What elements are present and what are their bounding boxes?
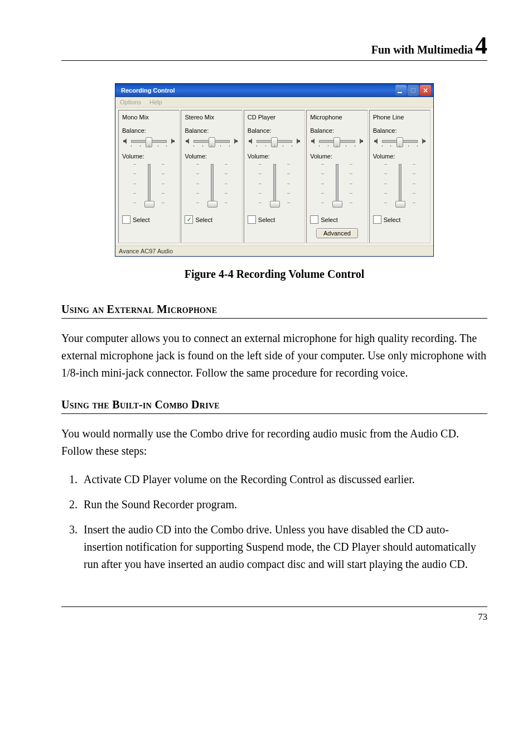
select-label: Select bbox=[321, 216, 338, 223]
speaker-left-icon bbox=[185, 138, 191, 145]
svg-marker-10 bbox=[374, 138, 378, 144]
volume-ticks-left bbox=[384, 164, 387, 203]
volume-slider[interactable] bbox=[395, 164, 405, 208]
balance-slider-row bbox=[310, 136, 364, 146]
volume-ticks-left bbox=[321, 164, 324, 203]
svg-marker-3 bbox=[171, 138, 175, 144]
balance-label: Balance: bbox=[185, 127, 238, 134]
select-checkbox-row[interactable]: Select bbox=[248, 215, 301, 224]
step-item: Run the Sound Recorder program. bbox=[80, 496, 487, 513]
volume-slider[interactable] bbox=[144, 164, 154, 208]
volume-slider-row bbox=[248, 164, 301, 208]
status-bar: Avance AC97 Audio bbox=[115, 245, 433, 256]
select-label: Select bbox=[195, 216, 212, 223]
balance-slider[interactable] bbox=[131, 136, 167, 146]
advanced-button[interactable]: Advanced bbox=[316, 228, 358, 238]
column-title: Microphone bbox=[310, 114, 364, 121]
select-checkbox[interactable] bbox=[248, 215, 256, 224]
select-checkbox-row[interactable]: ✓Select bbox=[185, 215, 238, 224]
svg-marker-9 bbox=[360, 138, 363, 144]
speaker-right-icon bbox=[232, 138, 239, 145]
minimize-button[interactable] bbox=[395, 85, 407, 96]
speaker-right-icon bbox=[420, 138, 427, 145]
speaker-left-icon bbox=[122, 138, 129, 145]
svg-marker-6 bbox=[249, 138, 252, 144]
balance-slider-row bbox=[248, 136, 301, 146]
volume-slider[interactable] bbox=[269, 164, 279, 208]
volume-label: Volume: bbox=[185, 153, 238, 160]
maximize-button bbox=[408, 85, 419, 96]
column-title: CD Player bbox=[248, 114, 301, 121]
volume-label: Volume: bbox=[373, 153, 427, 160]
mixer-column: CD PlayerBalance:Volume:Select bbox=[244, 110, 305, 243]
svg-marker-2 bbox=[123, 138, 127, 144]
mixer-column: Phone LineBalance:Volume:Select bbox=[369, 110, 431, 243]
balance-slider-row bbox=[185, 136, 238, 146]
volume-slider-row bbox=[373, 164, 427, 208]
window-titlebar[interactable]: Recording Control × bbox=[115, 84, 433, 97]
balance-label: Balance: bbox=[310, 127, 364, 134]
window-title-text: Recording Control bbox=[121, 87, 175, 94]
recording-control-window: Recording Control × Options Help Mono Mi… bbox=[115, 83, 434, 257]
balance-slider-row bbox=[122, 136, 176, 146]
balance-label: Balance: bbox=[373, 127, 427, 134]
speaker-left-icon bbox=[248, 138, 254, 145]
balance-slider[interactable] bbox=[319, 136, 355, 146]
header-title: Fun with Multimedia bbox=[371, 44, 473, 56]
select-checkbox[interactable]: ✓ bbox=[185, 215, 193, 224]
page-header: Fun with Multimedia 4 bbox=[61, 33, 487, 61]
page-footer: 73 bbox=[61, 606, 487, 623]
steps-list: Activate CD Player volume on the Recordi… bbox=[61, 471, 487, 573]
select-label: Select bbox=[384, 216, 401, 223]
volume-label: Volume: bbox=[122, 153, 176, 160]
balance-label: Balance: bbox=[248, 127, 301, 134]
volume-ticks-left bbox=[259, 164, 262, 203]
section-heading-combo-drive: Using the Built-in Combo Drive bbox=[61, 398, 487, 414]
column-title: Phone Line bbox=[373, 114, 427, 121]
chapter-number: 4 bbox=[475, 33, 487, 58]
select-checkbox-row[interactable]: Select bbox=[310, 215, 364, 224]
volume-ticks-right bbox=[162, 164, 165, 203]
balance-label: Balance: bbox=[122, 127, 176, 134]
mixer-column: Mono MixBalance:Volume:Select bbox=[118, 110, 180, 243]
volume-label: Volume: bbox=[248, 153, 301, 160]
select-checkbox[interactable] bbox=[373, 215, 381, 224]
volume-ticks-right bbox=[287, 164, 290, 203]
volume-slider-row bbox=[185, 164, 238, 208]
window-menubar: Options Help bbox=[115, 97, 433, 108]
page-number: 73 bbox=[478, 611, 487, 622]
menu-help[interactable]: Help bbox=[149, 99, 162, 105]
volume-slider[interactable] bbox=[332, 164, 342, 208]
section-heading-external-mic: Using an External Microphone bbox=[61, 303, 487, 319]
section-intro-combo-drive: You would normally use the Combo drive f… bbox=[61, 425, 487, 460]
select-checkbox[interactable] bbox=[122, 215, 130, 224]
speaker-right-icon bbox=[169, 138, 176, 145]
volume-ticks-right bbox=[350, 164, 352, 203]
svg-marker-11 bbox=[422, 138, 425, 144]
balance-slider[interactable] bbox=[382, 136, 418, 146]
speaker-left-icon bbox=[373, 138, 380, 145]
select-checkbox-row[interactable]: Select bbox=[122, 215, 176, 224]
mixer-columns: Mono MixBalance:Volume:SelectStereo MixB… bbox=[115, 108, 433, 245]
speaker-right-icon bbox=[294, 138, 301, 145]
select-checkbox[interactable] bbox=[310, 215, 318, 224]
svg-marker-7 bbox=[297, 138, 300, 144]
balance-slider[interactable] bbox=[257, 136, 292, 146]
mixer-column: Stereo MixBalance:Volume:✓Select bbox=[181, 110, 242, 243]
figure-caption: Figure 4-4 Recording Volume Control bbox=[61, 268, 487, 281]
close-button[interactable]: × bbox=[420, 85, 431, 96]
svg-marker-4 bbox=[186, 138, 189, 144]
column-title: Mono Mix bbox=[122, 114, 176, 121]
volume-slider[interactable] bbox=[207, 164, 217, 208]
step-item: Activate CD Player volume on the Recordi… bbox=[80, 471, 487, 488]
volume-ticks-left bbox=[196, 164, 199, 203]
speaker-right-icon bbox=[357, 138, 364, 145]
volume-ticks-right bbox=[225, 164, 228, 203]
menu-options[interactable]: Options bbox=[120, 99, 141, 105]
svg-marker-5 bbox=[234, 138, 238, 144]
volume-ticks-right bbox=[413, 164, 415, 203]
column-title: Stereo Mix bbox=[185, 114, 238, 121]
balance-slider[interactable] bbox=[194, 136, 229, 146]
select-checkbox-row[interactable]: Select bbox=[373, 215, 427, 224]
svg-marker-8 bbox=[311, 138, 315, 144]
